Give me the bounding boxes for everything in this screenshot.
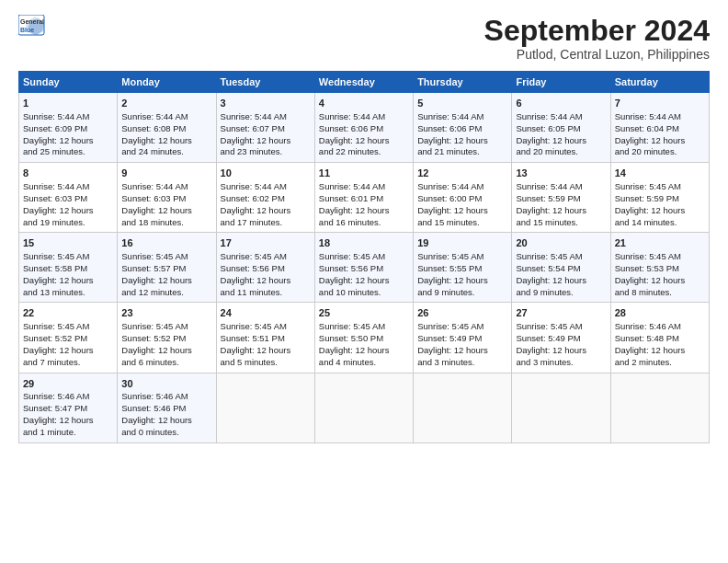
day-info-line: Sunrise: 5:45 AM: [121, 251, 211, 263]
calendar-table: SundayMondayTuesdayWednesdayThursdayFrid…: [18, 71, 710, 442]
calendar-day-25: 25Sunrise: 5:45 AMSunset: 5:50 PMDayligh…: [314, 303, 413, 373]
day-info-line: Sunset: 5:59 PM: [615, 193, 705, 205]
day-info-line: Sunrise: 5:45 AM: [319, 321, 409, 333]
day-info-line: Daylight: 12 hours: [615, 135, 705, 147]
calendar-day-20: 20Sunrise: 5:45 AMSunset: 5:54 PMDayligh…: [512, 233, 610, 303]
day-number: 17: [221, 236, 311, 250]
day-info-line: Sunrise: 5:44 AM: [516, 111, 606, 123]
day-number: 20: [516, 236, 606, 250]
day-info-line: Sunset: 6:03 PM: [23, 193, 113, 205]
calendar-day-19: 19Sunrise: 5:45 AMSunset: 5:55 PMDayligh…: [414, 233, 512, 303]
calendar-empty: [512, 373, 610, 442]
title-block: September 2024 Putlod, Central Luzon, Ph…: [484, 15, 710, 62]
day-info-line: Daylight: 12 hours: [417, 275, 507, 287]
day-info-line: Daylight: 12 hours: [221, 275, 311, 287]
day-info-line: Daylight: 12 hours: [417, 135, 507, 147]
calendar-day-21: 21Sunrise: 5:45 AMSunset: 5:53 PMDayligh…: [610, 233, 709, 303]
day-info-line: Sunrise: 5:45 AM: [221, 251, 311, 263]
day-info-line: and 22 minutes.: [319, 146, 409, 158]
day-info-line: and 14 minutes.: [615, 217, 705, 229]
day-info-line: Daylight: 12 hours: [221, 345, 311, 357]
day-info-line: and 4 minutes.: [319, 357, 409, 369]
day-info-line: Sunrise: 5:46 AM: [615, 321, 705, 333]
calendar-day-8: 8Sunrise: 5:44 AMSunset: 6:03 PMDaylight…: [19, 163, 118, 233]
day-info-line: Sunrise: 5:44 AM: [417, 181, 507, 193]
day-info-line: Daylight: 12 hours: [319, 135, 409, 147]
day-info-line: and 3 minutes.: [417, 357, 507, 369]
calendar-day-11: 11Sunrise: 5:44 AMSunset: 6:01 PMDayligh…: [314, 163, 413, 233]
day-info-line: Sunset: 5:56 PM: [221, 263, 311, 275]
day-number: 7: [615, 97, 705, 110]
day-info-line: and 7 minutes.: [23, 357, 113, 369]
day-info-line: and 9 minutes.: [516, 287, 606, 299]
day-number: 9: [121, 167, 211, 180]
calendar-day-29: 29Sunrise: 5:46 AMSunset: 5:47 PMDayligh…: [19, 373, 118, 442]
day-info-line: Sunrise: 5:44 AM: [23, 181, 113, 193]
day-number: 19: [417, 236, 507, 250]
day-info-line: Sunset: 5:55 PM: [417, 263, 507, 275]
day-info-line: Daylight: 12 hours: [615, 205, 705, 217]
day-number: 22: [23, 306, 113, 320]
day-info-line: Daylight: 12 hours: [221, 205, 311, 217]
day-info-line: and 23 minutes.: [221, 146, 311, 158]
day-info-line: Sunset: 5:56 PM: [319, 263, 409, 275]
calendar-day-4: 4Sunrise: 5:44 AMSunset: 6:06 PMDaylight…: [314, 93, 413, 163]
day-number: 16: [121, 236, 211, 250]
day-number: 24: [221, 306, 311, 320]
day-number: 11: [319, 167, 409, 180]
day-header-tuesday: Tuesday: [216, 72, 314, 93]
day-info-line: Daylight: 12 hours: [516, 135, 606, 147]
day-number: 3: [221, 97, 311, 110]
day-info-line: Sunrise: 5:45 AM: [221, 321, 311, 333]
day-header-monday: Monday: [118, 72, 216, 93]
calendar-day-17: 17Sunrise: 5:45 AMSunset: 5:56 PMDayligh…: [216, 233, 314, 303]
day-info-line: Daylight: 12 hours: [615, 345, 705, 357]
day-number: 25: [319, 306, 409, 320]
calendar-day-14: 14Sunrise: 5:45 AMSunset: 5:59 PMDayligh…: [610, 163, 709, 233]
day-info-line: Sunset: 5:49 PM: [516, 333, 606, 345]
day-info-line: and 8 minutes.: [615, 287, 705, 299]
logo-icon: General Blue: [18, 15, 46, 37]
day-number: 13: [516, 167, 606, 180]
calendar-empty: [314, 373, 413, 442]
day-info-line: and 15 minutes.: [417, 217, 507, 229]
day-info-line: Sunset: 6:05 PM: [516, 123, 606, 135]
day-info-line: and 15 minutes.: [516, 217, 606, 229]
day-info-line: Daylight: 12 hours: [319, 345, 409, 357]
calendar-week-row: 15Sunrise: 5:45 AMSunset: 5:58 PMDayligh…: [19, 233, 710, 303]
day-info-line: and 24 minutes.: [121, 146, 211, 158]
day-info-line: Daylight: 12 hours: [121, 135, 211, 147]
day-number: 23: [121, 306, 211, 320]
calendar-day-13: 13Sunrise: 5:44 AMSunset: 5:59 PMDayligh…: [512, 163, 610, 233]
day-info-line: Sunrise: 5:44 AM: [516, 181, 606, 193]
day-number: 27: [516, 306, 606, 320]
logo: General Blue: [18, 15, 46, 37]
calendar-day-18: 18Sunrise: 5:45 AMSunset: 5:56 PMDayligh…: [314, 233, 413, 303]
day-info-line: Sunrise: 5:44 AM: [121, 181, 211, 193]
day-info-line: Daylight: 12 hours: [23, 135, 113, 147]
day-number: 18: [319, 236, 409, 250]
calendar-week-row: 1Sunrise: 5:44 AMSunset: 6:09 PMDaylight…: [19, 93, 710, 163]
day-number: 30: [121, 377, 211, 391]
day-header-thursday: Thursday: [414, 72, 512, 93]
day-info-line: Sunrise: 5:45 AM: [615, 181, 705, 193]
subtitle: Putlod, Central Luzon, Philippines: [484, 47, 710, 62]
calendar-day-16: 16Sunrise: 5:45 AMSunset: 5:57 PMDayligh…: [118, 233, 216, 303]
calendar-header: SundayMondayTuesdayWednesdayThursdayFrid…: [19, 72, 710, 93]
day-info-line: Sunset: 5:58 PM: [23, 263, 113, 275]
day-info-line: Sunrise: 5:46 AM: [121, 391, 211, 403]
day-info-line: and 21 minutes.: [417, 146, 507, 158]
day-info-line: Sunset: 5:50 PM: [319, 333, 409, 345]
day-info-line: and 17 minutes.: [221, 217, 311, 229]
day-number: 4: [319, 97, 409, 110]
day-info-line: Daylight: 12 hours: [121, 205, 211, 217]
day-info-line: Daylight: 12 hours: [121, 415, 211, 427]
day-info-line: Sunset: 5:53 PM: [615, 263, 705, 275]
day-info-line: Sunrise: 5:44 AM: [319, 111, 409, 123]
day-info-line: Sunrise: 5:44 AM: [615, 111, 705, 123]
day-info-line: and 12 minutes.: [121, 287, 211, 299]
calendar-day-7: 7Sunrise: 5:44 AMSunset: 6:04 PMDaylight…: [610, 93, 709, 163]
calendar-day-5: 5Sunrise: 5:44 AMSunset: 6:06 PMDaylight…: [414, 93, 512, 163]
day-number: 14: [615, 167, 705, 180]
day-header-friday: Friday: [512, 72, 610, 93]
